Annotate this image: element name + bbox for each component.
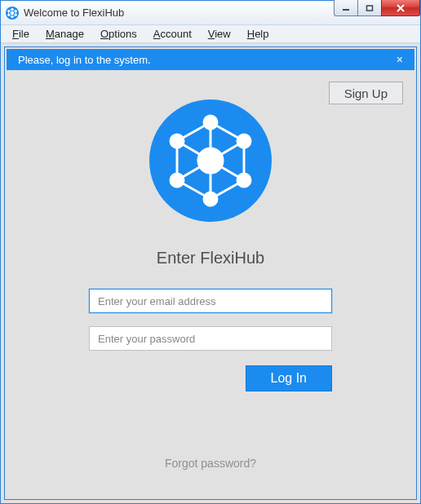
close-button[interactable] — [381, 0, 420, 16]
login-button[interactable]: Log In — [246, 365, 332, 391]
menu-view[interactable]: View — [200, 26, 239, 42]
login-form: Log In — [89, 289, 332, 391]
content-frame: Please, log in to the system. × Sign Up — [4, 46, 417, 500]
close-icon — [396, 4, 405, 12]
app-icon — [6, 7, 19, 20]
page-heading: Enter FlexiHub — [157, 249, 264, 267]
login-row: Log In — [89, 365, 332, 391]
menu-help[interactable]: Help — [239, 26, 277, 42]
window-controls — [335, 0, 420, 16]
minimize-icon — [342, 4, 350, 12]
maximize-icon — [366, 4, 374, 12]
email-field[interactable] — [89, 289, 332, 313]
app-window: Welcome to FlexiHub File Manage Options … — [0, 0, 421, 504]
notification-text: Please, log in to the system. — [18, 54, 151, 66]
main-area: Sign Up — [7, 70, 414, 497]
spacer — [89, 313, 332, 326]
password-field[interactable] — [89, 326, 332, 351]
menubar: File Manage Options Account View Help — [1, 25, 420, 43]
minimize-button[interactable] — [334, 0, 358, 16]
app-logo — [149, 99, 272, 224]
menu-options[interactable]: Options — [92, 26, 145, 42]
titlebar: Welcome to FlexiHub — [1, 1, 420, 25]
sign-up-button[interactable]: Sign Up — [329, 82, 403, 104]
notification-bar: Please, log in to the system. × — [7, 49, 414, 70]
window-title: Welcome to FlexiHub — [24, 7, 124, 19]
notification-close-icon[interactable]: × — [393, 53, 406, 66]
maximize-button[interactable] — [357, 0, 382, 16]
menu-manage[interactable]: Manage — [38, 26, 92, 42]
forgot-password-link[interactable]: Forgot password? — [165, 457, 256, 470]
svg-rect-21 — [367, 6, 373, 11]
menu-file[interactable]: File — [4, 26, 38, 42]
menu-account[interactable]: Account — [145, 26, 200, 42]
